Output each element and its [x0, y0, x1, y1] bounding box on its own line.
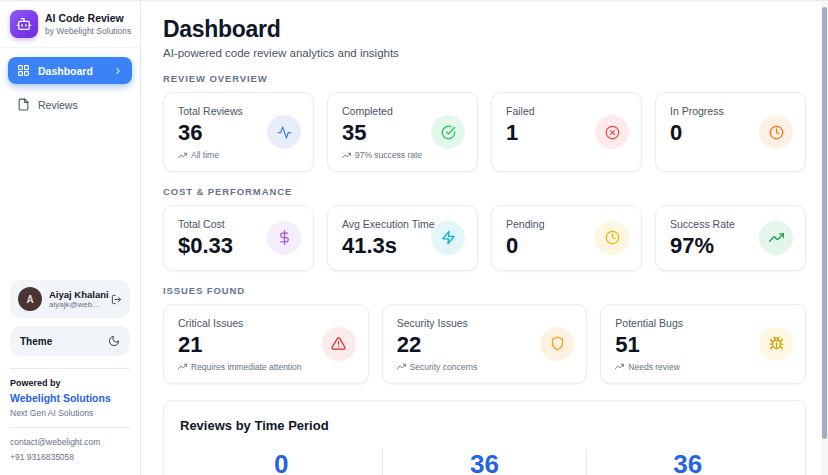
- stat-card: Avg Execution Time 41.3s: [327, 205, 478, 270]
- trend-up-icon: [615, 362, 624, 371]
- sidebar-nav: Dashboard Reviews: [0, 48, 140, 127]
- stat-caption: Needs review: [615, 362, 791, 372]
- stat-card: Total Reviews 36 All time: [163, 92, 314, 172]
- contact-email: contact@webelight.com: [10, 435, 130, 450]
- user-meta: Aiyaj Khalani aiyajk@webeligh...: [49, 289, 104, 309]
- sidebar-item-dashboard[interactable]: Dashboard: [8, 57, 132, 84]
- stat-caption: Security concerns: [397, 362, 573, 372]
- time-period-value: 36: [586, 449, 789, 475]
- zap-icon: [431, 221, 465, 255]
- stat-caption-text: Security concerns: [410, 362, 478, 372]
- brand-text: AI Code Review by Webelight Solutions: [45, 12, 131, 36]
- card-grid: Total Reviews 36 All time Completed 35 9…: [163, 92, 806, 172]
- stat-caption: 97% success rate: [342, 150, 463, 160]
- page-subtitle: AI-powered code review analytics and ins…: [163, 47, 806, 59]
- brand-title: AI Code Review: [45, 12, 131, 26]
- clock-icon: [759, 115, 793, 149]
- contact-phone: +91 9316835058: [10, 450, 130, 465]
- stat-card: Security Issues 22 Security concerns: [382, 304, 588, 384]
- stat-card: Failed 1: [491, 92, 642, 172]
- stat-card: Completed 35 97% success rate: [327, 92, 478, 172]
- clock-icon: [595, 221, 629, 255]
- user-name: Aiyaj Khalani: [49, 289, 104, 300]
- stat-label: Potential Bugs: [615, 317, 791, 329]
- scrollbar-thumb[interactable]: [822, 7, 827, 439]
- stat-label: Critical Issues: [178, 317, 354, 329]
- sidebar-item-reviews[interactable]: Reviews: [8, 91, 132, 118]
- logout-icon[interactable]: [111, 294, 122, 305]
- card-grid: Critical Issues 21 Requires immediate at…: [163, 304, 806, 384]
- stat-card: Total Cost $0.33: [163, 205, 314, 270]
- section-label: REVIEW OVERVIEW: [163, 73, 806, 84]
- time-period-value: 36: [382, 449, 585, 475]
- trend-up-icon: [178, 362, 187, 371]
- alert-triangle-icon: [322, 327, 356, 361]
- stat-card: Potential Bugs 51 Needs review: [600, 304, 806, 384]
- bug-icon: [759, 327, 793, 361]
- sidebar-bottom: A Aiyaj Khalani aiyajk@webeligh... Theme…: [0, 272, 140, 475]
- shield-icon: [540, 327, 574, 361]
- brand-subtitle: by Webelight Solutions: [45, 26, 131, 36]
- main-content: Dashboard AI-powered code review analyti…: [141, 1, 828, 475]
- x-circle-icon: [595, 115, 629, 149]
- theme-toggle[interactable]: Theme: [10, 326, 130, 356]
- stat-caption: All time: [178, 150, 299, 160]
- app-window: AI Code Review by Webelight Solutions Da…: [0, 0, 828, 475]
- robot-logo-icon: [10, 10, 38, 38]
- sidebar: AI Code Review by Webelight Solutions Da…: [0, 1, 141, 475]
- powered-by-label: Powered by: [10, 378, 130, 388]
- avatar: A: [18, 287, 42, 311]
- user-card: A Aiyaj Khalani aiyajk@webeligh...: [10, 280, 130, 318]
- activity-icon: [267, 115, 301, 149]
- trend-up-icon: [397, 362, 406, 371]
- sidebar-item-label: Reviews: [38, 99, 78, 111]
- moon-icon: [108, 335, 120, 347]
- stat-caption-text: Needs review: [628, 362, 680, 372]
- stat-card: Success Rate 97%: [655, 205, 806, 270]
- stat-section: COST & PERFORMANCE Total Cost $0.33 Avg …: [163, 186, 806, 270]
- stat-caption-text: 97% success rate: [355, 150, 422, 160]
- card-grid: Total Cost $0.33 Avg Execution Time 41.3…: [163, 205, 806, 270]
- reviews-by-time-period-card: Reviews by Time Period 0 36 36: [163, 400, 806, 475]
- chevron-right-icon: [113, 66, 123, 76]
- sidebar-item-label: Dashboard: [38, 65, 93, 77]
- stat-caption-text: Requires immediate attention: [191, 362, 302, 372]
- check-circle-icon: [431, 115, 465, 149]
- theme-label: Theme: [20, 336, 52, 347]
- trend-up-icon: [342, 151, 351, 160]
- page-title: Dashboard: [163, 16, 806, 43]
- time-period-value: 0: [180, 449, 382, 475]
- chart-title: Reviews by Time Period: [180, 418, 789, 433]
- stat-section: REVIEW OVERVIEW Total Reviews 36 All tim…: [163, 73, 806, 172]
- stat-card: Critical Issues 21 Requires immediate at…: [163, 304, 369, 384]
- scrollbar-track: [821, 1, 828, 475]
- file-icon: [17, 98, 30, 111]
- sidebar-footer: Powered by Webelight Solutions Next Gen …: [10, 368, 130, 465]
- stat-caption: Requires immediate attention: [178, 362, 354, 372]
- stat-card: In Progress 0: [655, 92, 806, 172]
- dollar-icon: [267, 221, 301, 255]
- section-label: COST & PERFORMANCE: [163, 186, 806, 197]
- company-tagline: Next Gen AI Solutions: [10, 408, 130, 418]
- user-email: aiyajk@webeligh...: [49, 300, 104, 309]
- layout-grid-icon: [17, 64, 30, 77]
- trend-up-icon: [178, 151, 187, 160]
- sections: REVIEW OVERVIEW Total Reviews 36 All tim…: [163, 73, 806, 384]
- brand: AI Code Review by Webelight Solutions: [0, 1, 140, 48]
- trending-up-icon: [759, 221, 793, 255]
- stat-section: ISSUES FOUND Critical Issues 21 Requires…: [163, 285, 806, 384]
- stat-card: Pending 0: [491, 205, 642, 270]
- company-link[interactable]: Webelight Solutions: [10, 392, 130, 404]
- stat-label: Security Issues: [397, 317, 573, 329]
- section-label: ISSUES FOUND: [163, 285, 806, 296]
- stat-caption-text: All time: [191, 150, 219, 160]
- time-period-columns: 0 36 36: [180, 449, 789, 475]
- contact-block: contact@webelight.com +91 9316835058: [10, 427, 130, 465]
